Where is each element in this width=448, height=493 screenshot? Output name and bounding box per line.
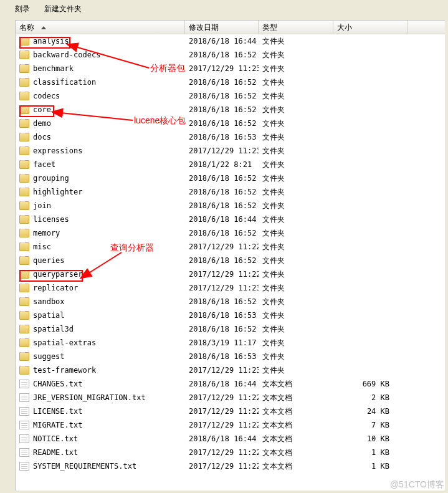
file-name: benchmark [33, 64, 74, 73]
cell-type: 文件夹 [259, 50, 333, 60]
menu-new-folder[interactable]: 新建文件夹 [44, 4, 82, 13]
header-date[interactable]: 修改日期 [185, 21, 259, 34]
table-row[interactable]: spatial2018/6/18 16:53文件夹 [16, 309, 445, 322]
file-icon [19, 448, 29, 457]
table-row[interactable]: join2018/6/18 16:52文件夹 [16, 199, 445, 213]
folder-icon [19, 146, 29, 155]
file-name: SYSTEM_REQUIREMENTS.txt [33, 462, 136, 471]
file-icon [19, 407, 29, 416]
cell-date: 2018/6/18 16:53 [185, 352, 259, 361]
cell-type: 文件夹 [259, 146, 333, 156]
cell-date: 2018/6/18 16:52 [185, 188, 259, 196]
cell-size: 1 KB [333, 462, 408, 471]
cell-name: backward-codecs [16, 50, 185, 60]
folder-icon [19, 270, 29, 279]
file-name: test-framework [33, 366, 96, 375]
folder-icon [19, 366, 29, 375]
table-row[interactable]: backward-codecs2018/6/18 16:52文件夹 [16, 48, 445, 62]
cell-name: MIGRATE.txt [16, 421, 185, 430]
table-row[interactable]: suggest2018/6/18 16:53文件夹 [16, 350, 445, 363]
menu-burn[interactable]: 刻录 [15, 4, 30, 13]
cell-name: docs [16, 133, 185, 142]
cell-date: 2017/12/29 11:23 [185, 366, 259, 375]
table-row[interactable]: facet2018/1/22 8:21文件夹 [16, 158, 445, 171]
cell-type: 文件夹 [259, 91, 333, 102]
file-icon [19, 380, 29, 388]
table-row[interactable]: highlighter2018/6/18 16:52文件夹 [16, 185, 445, 199]
cell-date: 2017/12/29 11:22 [185, 393, 259, 402]
table-row[interactable]: MIGRATE.txt2017/12/29 11:22文本文档7 KB [16, 418, 445, 432]
table-row[interactable]: benchmark2017/12/29 11:23文件夹 [16, 62, 445, 75]
table-row[interactable]: spatial3d2018/6/18 16:52文件夹 [16, 322, 445, 336]
cell-name: spatial-extras [16, 338, 185, 348]
cell-name: README.txt [16, 448, 185, 457]
table-row[interactable]: NOTICE.txt2018/6/18 16:44文本文档10 KB [16, 432, 445, 446]
table-row[interactable]: sandbox2018/6/18 16:52文件夹 [16, 295, 445, 309]
table-row[interactable]: grouping2018/6/18 16:52文件夹 [16, 171, 445, 185]
sort-ascending-icon [41, 26, 46, 29]
table-row[interactable]: memory2018/6/18 16:52文件夹 [16, 226, 445, 240]
cell-date: 2017/12/29 11:23 [185, 146, 259, 155]
table-row[interactable]: spatial-extras2018/3/19 11:17文件夹 [16, 336, 445, 350]
table-row[interactable]: LICENSE.txt2017/12/29 11:22文本文档24 KB [16, 404, 445, 418]
table-row[interactable]: licenses2018/6/18 16:44文件夹 [16, 213, 445, 226]
cell-name: queryparser [16, 270, 185, 279]
cell-name: grouping [16, 174, 185, 183]
table-row[interactable]: docs2018/6/18 16:53文件夹 [16, 130, 445, 144]
cell-date: 2018/6/18 16:44 [185, 37, 259, 45]
table-row[interactable]: replicator2017/12/29 11:23文件夹 [16, 281, 445, 295]
header-size[interactable]: 大小 [333, 21, 408, 34]
cell-name: memory [16, 229, 185, 238]
folder-icon [19, 92, 29, 100]
file-list-pane: 名称 修改日期 类型 大小 analysis2018/6/18 16:44文件夹… [15, 20, 445, 491]
cell-type: 文本文档 [259, 461, 333, 472]
table-row[interactable]: classification2018/6/18 16:52文件夹 [16, 75, 445, 89]
file-name: spatial3d [33, 325, 74, 333]
file-name: grouping [33, 174, 69, 183]
file-name: highlighter [33, 188, 82, 196]
cell-name: replicator [16, 284, 185, 293]
table-row[interactable]: analysis2018/6/18 16:44文件夹 [16, 34, 445, 48]
folder-icon [19, 215, 29, 224]
cell-type: 文件夹 [259, 269, 333, 280]
table-row[interactable]: CHANGES.txt2018/6/18 16:44文本文档669 KB [16, 377, 445, 391]
cell-date: 2017/12/29 11:22 [185, 462, 259, 471]
file-name: queries [33, 256, 65, 265]
file-name: JRE_VERSION_MIGRATION.txt [33, 393, 146, 402]
folder-icon [19, 284, 29, 292]
file-name: sandbox [33, 297, 65, 306]
cell-date: 2018/3/19 11:17 [185, 338, 259, 347]
table-row[interactable]: queries2018/6/18 16:52文件夹 [16, 254, 445, 267]
folder-icon [19, 338, 29, 347]
file-name: join [33, 201, 51, 210]
header-name[interactable]: 名称 [16, 21, 185, 34]
folder-icon [19, 50, 29, 59]
header-type[interactable]: 类型 [259, 21, 333, 34]
table-row[interactable]: core2018/6/18 16:52文件夹 [16, 103, 445, 117]
cell-date: 2017/12/29 11:22 [185, 270, 259, 279]
table-row[interactable]: codecs2018/6/18 16:52文件夹 [16, 89, 445, 103]
table-row[interactable]: SYSTEM_REQUIREMENTS.txt2017/12/29 11:22文… [16, 459, 445, 473]
table-row[interactable]: expressions2017/12/29 11:23文件夹 [16, 144, 445, 158]
cell-type: 文本文档 [259, 434, 333, 444]
file-icon [19, 434, 29, 443]
file-name: facet [33, 160, 55, 169]
cell-name: JRE_VERSION_MIGRATION.txt [16, 393, 185, 403]
table-row[interactable]: demo2018/6/18 16:52文件夹 [16, 117, 445, 130]
file-name: classification [33, 78, 96, 87]
table-row[interactable]: misc2017/12/29 11:22文件夹 [16, 240, 445, 254]
table-row[interactable]: README.txt2017/12/29 11:22文本文档1 KB [16, 446, 445, 459]
cell-name: licenses [16, 215, 185, 224]
cell-name: facet [16, 160, 185, 170]
cell-date: 2018/6/18 16:44 [185, 434, 259, 443]
table-row[interactable]: queryparser2017/12/29 11:22文件夹 [16, 267, 445, 281]
table-row[interactable]: test-framework2017/12/29 11:23文件夹 [16, 363, 445, 377]
cell-date: 2017/12/29 11:22 [185, 448, 259, 457]
cell-type: 文本文档 [259, 379, 333, 390]
folder-icon [19, 160, 29, 169]
file-name: codecs [33, 92, 60, 100]
folder-icon [19, 201, 29, 210]
cell-date: 2018/6/18 16:52 [185, 105, 259, 114]
table-row[interactable]: JRE_VERSION_MIGRATION.txt2017/12/29 11:2… [16, 391, 445, 404]
file-icon [19, 393, 29, 402]
